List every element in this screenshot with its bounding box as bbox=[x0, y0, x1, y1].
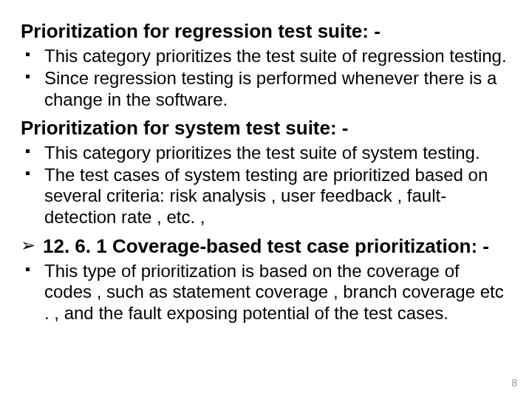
list-item: Since regression testing is performed wh… bbox=[25, 68, 511, 110]
heading-regression: Prioritization for regression test suite… bbox=[21, 21, 511, 43]
heading-coverage: 12. 6. 1 Coverage-based test case priori… bbox=[21, 235, 511, 258]
list-item: This category prioritizes the test suite… bbox=[25, 143, 511, 163]
bullets-regression: This category prioritizes the test suite… bbox=[21, 46, 511, 110]
bullets-system: This category prioritizes the test suite… bbox=[21, 143, 511, 228]
list-item: This type of prioritization is based on … bbox=[25, 261, 511, 324]
slide: Prioritization for regression test suite… bbox=[0, 0, 532, 399]
list-item: The test cases of system testing are pri… bbox=[25, 165, 511, 228]
page-number: 8 bbox=[511, 377, 517, 389]
bullets-coverage: This type of prioritization is based on … bbox=[21, 261, 511, 324]
heading-system: Prioritization for system test suite: - bbox=[21, 117, 511, 140]
list-item: This category prioritizes the test suite… bbox=[25, 46, 511, 66]
